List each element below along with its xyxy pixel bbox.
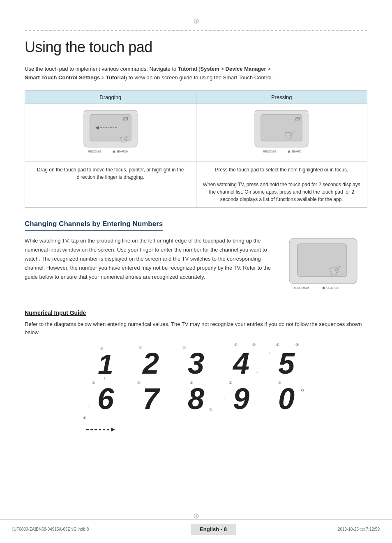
num-guide-subheading: Numerical Input Guide bbox=[25, 310, 367, 316]
svg-text:RECOMM.: RECOMM. bbox=[263, 150, 277, 153]
num-dash: ① bbox=[82, 419, 119, 433]
num-guide-para: Refer to the diagrams below when enterin… bbox=[25, 320, 367, 337]
num-8: ① 8 ① bbox=[182, 384, 210, 414]
num-0: ① 0 ↺ bbox=[272, 384, 301, 414]
tutorial-bold: Tutorial bbox=[178, 66, 197, 72]
footer-left: [UF6800-ZA]BN68-04915A-05ENG.indb 8 bbox=[12, 527, 89, 531]
footer-center: English - 8 bbox=[191, 524, 236, 535]
arrow2: > bbox=[266, 66, 271, 72]
svg-text:RECOMM.: RECOMM. bbox=[88, 150, 102, 153]
svg-text:▣ SEARCH: ▣ SEARCH bbox=[322, 286, 339, 290]
channel-remote-svg: ☞ RECOMMM. ▣ SEARCH bbox=[285, 236, 363, 296]
table-cell-pressing-img: ☞ 23 RECOMM. ▣ SEARC bbox=[196, 104, 367, 162]
intro-paragraph: Use the touch pad to implement various c… bbox=[25, 65, 367, 82]
svg-text:23: 23 bbox=[295, 116, 301, 122]
page-footer: [UF6800-ZA]BN68-04915A-05ENG.indb 8 Engl… bbox=[0, 519, 392, 535]
system-bold: System bbox=[201, 66, 219, 72]
pressing-remote-svg: ☞ 23 RECOMM. ▣ SEARC bbox=[247, 108, 316, 157]
table-cell-dragging-img: ☞ 23 RECOMM. ▣ SEARCH bbox=[25, 104, 196, 162]
table-header-pressing: Pressing bbox=[196, 90, 367, 104]
channel-section-heading: Changing Channels by Entering Numbers bbox=[25, 220, 163, 231]
table-desc-pressing: Press the touch pad to select the item h… bbox=[196, 162, 367, 207]
pressing-desc1: Press the touch pad to select the item h… bbox=[215, 167, 348, 173]
num-2: ① 2 bbox=[136, 349, 165, 378]
dragging-remote-svg: ☞ 23 RECOMM. ▣ SEARCH bbox=[76, 108, 145, 157]
num-row-2: ① 6 ↑ ① 7 → ① 8 ① ① 9 ← bbox=[25, 384, 367, 414]
num-5: ① ② 5 ↓ bbox=[272, 349, 301, 378]
arrow3: > bbox=[100, 74, 106, 81]
num-9: ① 9 ← bbox=[227, 384, 256, 414]
table-desc-dragging: Drag on the touch pad to move the focus,… bbox=[25, 162, 196, 207]
device-manager-bold: Device Manager bbox=[226, 66, 266, 72]
num-6: ① 6 ↑ bbox=[91, 384, 120, 414]
page-title: Using the touch pad bbox=[25, 39, 367, 56]
svg-text:RECOMMM.: RECOMMM. bbox=[293, 286, 310, 290]
num-3: ① 3 bbox=[182, 349, 210, 378]
page-wrapper: ⊕ Using the touch pad Use the touch pad … bbox=[0, 0, 392, 543]
tutorial2-bold: Tutorial bbox=[106, 74, 125, 81]
num-guide-section: Numerical Input Guide Refer to the diagr… bbox=[25, 310, 367, 433]
intro-text-after: ) to view an on-screen guide to using th… bbox=[125, 74, 273, 81]
num-row-3: ① bbox=[25, 419, 367, 433]
num-1: ① 1 ↓ bbox=[91, 350, 120, 378]
intro-text-before: Use the touch pad to implement various c… bbox=[25, 66, 178, 72]
arrow1: > bbox=[219, 66, 226, 72]
num-row-1: ① 1 ↓ ① 2 ① 3 ① ② 4 → ① bbox=[25, 349, 367, 378]
top-dashed-line bbox=[25, 30, 367, 31]
smart-touch-bold: Smart Touch Control Settings bbox=[25, 74, 100, 81]
svg-text:▣ SEARCH: ▣ SEARCH bbox=[113, 150, 128, 153]
reg-mark-bottom: ⊕ bbox=[193, 511, 199, 520]
channel-body-text: While watching TV, tap on the protruding… bbox=[25, 236, 275, 282]
num-7: ① 7 → bbox=[136, 384, 165, 414]
channel-section: Changing Channels by Entering Numbers Wh… bbox=[25, 220, 367, 297]
channel-img-container: ☞ RECOMMM. ▣ SEARCH bbox=[285, 236, 367, 297]
num-4: ① ② 4 → bbox=[227, 349, 256, 378]
svg-marker-20 bbox=[111, 427, 115, 432]
svg-text:23: 23 bbox=[122, 116, 129, 122]
touch-table: Dragging Pressing ☞ 23 bbox=[25, 90, 367, 208]
dash-svg bbox=[84, 423, 117, 436]
reg-mark-top: ⊕ bbox=[25, 16, 367, 25]
intro-mid1: ( bbox=[197, 66, 201, 72]
footer-right: 2013-10-25 □□ 7:12:59 bbox=[338, 527, 380, 531]
pressing-desc2: When watching TV, press and hold the tou… bbox=[203, 182, 360, 202]
svg-text:▣ SEARC: ▣ SEARC bbox=[288, 150, 301, 153]
table-header-dragging: Dragging bbox=[25, 90, 196, 104]
channel-content: While watching TV, tap on the protruding… bbox=[25, 236, 367, 297]
